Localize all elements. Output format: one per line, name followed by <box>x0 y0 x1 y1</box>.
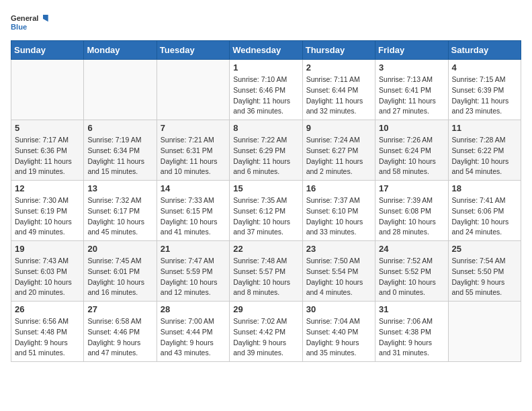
day-info: Sunrise: 7:17 AM Sunset: 6:36 PM Dayligh… <box>15 135 80 177</box>
calendar-week-row: 12Sunrise: 7:30 AM Sunset: 6:19 PM Dayli… <box>11 181 521 241</box>
calendar-week-row: 26Sunrise: 6:56 AM Sunset: 4:48 PM Dayli… <box>11 302 521 362</box>
day-number: 12 <box>15 183 80 193</box>
day-info: Sunrise: 7:41 AM Sunset: 6:06 PM Dayligh… <box>452 195 517 238</box>
day-number: 10 <box>379 123 444 133</box>
logo-svg: General Blue <box>11 11 51 35</box>
day-number: 20 <box>87 244 152 254</box>
weekday-header: Tuesday <box>157 41 229 60</box>
day-info: Sunrise: 7:52 AM Sunset: 5:52 PM Dayligh… <box>379 256 444 298</box>
day-number: 6 <box>87 123 152 133</box>
calendar-cell: 7Sunrise: 7:21 AM Sunset: 6:31 PM Daylig… <box>157 120 229 181</box>
svg-text:General: General <box>11 14 38 22</box>
day-info: Sunrise: 6:56 AM Sunset: 4:48 PM Dayligh… <box>15 316 80 359</box>
day-info: Sunrise: 7:37 AM Sunset: 6:10 PM Dayligh… <box>306 195 371 238</box>
day-info: Sunrise: 7:54 AM Sunset: 5:50 PM Dayligh… <box>452 256 517 298</box>
calendar-cell: 2Sunrise: 7:11 AM Sunset: 6:44 PM Daylig… <box>302 60 375 120</box>
day-number: 31 <box>379 304 444 314</box>
day-info: Sunrise: 7:21 AM Sunset: 6:31 PM Dayligh… <box>161 135 226 177</box>
weekday-header: Monday <box>84 41 157 60</box>
day-number: 26 <box>15 304 80 314</box>
day-info: Sunrise: 7:33 AM Sunset: 6:15 PM Dayligh… <box>161 195 226 238</box>
day-number: 21 <box>161 244 226 254</box>
weekday-header: Sunday <box>11 41 84 60</box>
calendar-cell: 12Sunrise: 7:30 AM Sunset: 6:19 PM Dayli… <box>11 181 84 241</box>
weekday-header: Saturday <box>448 41 521 60</box>
calendar-cell: 19Sunrise: 7:43 AM Sunset: 6:03 PM Dayli… <box>11 241 84 302</box>
day-info: Sunrise: 7:48 AM Sunset: 5:57 PM Dayligh… <box>233 256 298 298</box>
weekday-header-row: SundayMondayTuesdayWednesdayThursdayFrid… <box>11 41 521 60</box>
day-info: Sunrise: 7:47 AM Sunset: 5:59 PM Dayligh… <box>161 256 226 298</box>
calendar-cell: 20Sunrise: 7:45 AM Sunset: 6:01 PM Dayli… <box>84 241 157 302</box>
day-number: 7 <box>161 123 226 133</box>
calendar-cell: 30Sunrise: 7:04 AM Sunset: 4:40 PM Dayli… <box>302 302 375 362</box>
day-number: 17 <box>379 183 444 193</box>
calendar-cell: 13Sunrise: 7:32 AM Sunset: 6:17 PM Dayli… <box>84 181 157 241</box>
day-info: Sunrise: 7:26 AM Sunset: 6:24 PM Dayligh… <box>379 135 444 177</box>
calendar-cell: 21Sunrise: 7:47 AM Sunset: 5:59 PM Dayli… <box>157 241 229 302</box>
day-info: Sunrise: 7:28 AM Sunset: 6:22 PM Dayligh… <box>452 135 517 177</box>
calendar-cell: 24Sunrise: 7:52 AM Sunset: 5:52 PM Dayli… <box>375 241 448 302</box>
day-number: 29 <box>233 304 298 314</box>
day-number: 4 <box>452 62 517 73</box>
day-info: Sunrise: 7:15 AM Sunset: 6:39 PM Dayligh… <box>452 75 517 117</box>
day-info: Sunrise: 7:06 AM Sunset: 4:38 PM Dayligh… <box>379 316 444 359</box>
calendar-week-row: 1Sunrise: 7:10 AM Sunset: 6:46 PM Daylig… <box>11 60 521 120</box>
page-header: General Blue <box>11 11 521 35</box>
calendar-cell: 3Sunrise: 7:13 AM Sunset: 6:41 PM Daylig… <box>375 60 448 120</box>
calendar-week-row: 19Sunrise: 7:43 AM Sunset: 6:03 PM Dayli… <box>11 241 521 302</box>
calendar-cell: 31Sunrise: 7:06 AM Sunset: 4:38 PM Dayli… <box>375 302 448 362</box>
day-info: Sunrise: 7:24 AM Sunset: 6:27 PM Dayligh… <box>306 135 371 177</box>
day-number: 28 <box>161 304 226 314</box>
svg-text:Blue: Blue <box>11 23 27 31</box>
day-info: Sunrise: 7:39 AM Sunset: 6:08 PM Dayligh… <box>379 195 444 238</box>
calendar-cell: 29Sunrise: 7:02 AM Sunset: 4:42 PM Dayli… <box>230 302 302 362</box>
day-number: 11 <box>452 123 517 133</box>
weekday-header: Thursday <box>302 41 375 60</box>
day-number: 25 <box>452 244 517 254</box>
calendar-cell: 22Sunrise: 7:48 AM Sunset: 5:57 PM Dayli… <box>230 241 302 302</box>
calendar-cell: 18Sunrise: 7:41 AM Sunset: 6:06 PM Dayli… <box>448 181 521 241</box>
day-number: 30 <box>306 304 371 314</box>
day-number: 15 <box>233 183 298 193</box>
calendar-cell: 11Sunrise: 7:28 AM Sunset: 6:22 PM Dayli… <box>448 120 521 181</box>
calendar-cell: 28Sunrise: 7:00 AM Sunset: 4:44 PM Dayli… <box>157 302 229 362</box>
day-number: 13 <box>87 183 152 193</box>
day-number: 18 <box>452 183 517 193</box>
day-info: Sunrise: 7:32 AM Sunset: 6:17 PM Dayligh… <box>87 195 152 238</box>
day-number: 1 <box>233 62 298 73</box>
day-info: Sunrise: 7:02 AM Sunset: 4:42 PM Dayligh… <box>233 316 298 359</box>
weekday-header: Friday <box>375 41 448 60</box>
day-number: 22 <box>233 244 298 254</box>
day-number: 14 <box>161 183 226 193</box>
calendar-cell <box>157 60 229 120</box>
day-info: Sunrise: 7:11 AM Sunset: 6:44 PM Dayligh… <box>306 75 371 117</box>
weekday-header: Wednesday <box>230 41 302 60</box>
calendar-cell: 14Sunrise: 7:33 AM Sunset: 6:15 PM Dayli… <box>157 181 229 241</box>
day-number: 24 <box>379 244 444 254</box>
day-info: Sunrise: 7:22 AM Sunset: 6:29 PM Dayligh… <box>233 135 298 177</box>
calendar-cell: 8Sunrise: 7:22 AM Sunset: 6:29 PM Daylig… <box>230 120 302 181</box>
calendar-cell <box>11 60 84 120</box>
calendar-cell: 15Sunrise: 7:35 AM Sunset: 6:12 PM Dayli… <box>230 181 302 241</box>
day-number: 16 <box>306 183 371 193</box>
calendar-cell: 27Sunrise: 6:58 AM Sunset: 4:46 PM Dayli… <box>84 302 157 362</box>
logo: General Blue <box>11 11 51 35</box>
day-info: Sunrise: 7:13 AM Sunset: 6:41 PM Dayligh… <box>379 75 444 117</box>
day-number: 2 <box>306 62 371 73</box>
day-number: 3 <box>379 62 444 73</box>
day-info: Sunrise: 7:50 AM Sunset: 5:54 PM Dayligh… <box>306 256 371 298</box>
svg-marker-2 <box>43 15 48 21</box>
calendar-cell: 10Sunrise: 7:26 AM Sunset: 6:24 PM Dayli… <box>375 120 448 181</box>
calendar-cell: 1Sunrise: 7:10 AM Sunset: 6:46 PM Daylig… <box>230 60 302 120</box>
day-info: Sunrise: 7:30 AM Sunset: 6:19 PM Dayligh… <box>15 195 80 238</box>
day-number: 8 <box>233 123 298 133</box>
day-info: Sunrise: 7:45 AM Sunset: 6:01 PM Dayligh… <box>87 256 152 298</box>
calendar-cell: 4Sunrise: 7:15 AM Sunset: 6:39 PM Daylig… <box>448 60 521 120</box>
day-number: 19 <box>15 244 80 254</box>
day-info: Sunrise: 7:00 AM Sunset: 4:44 PM Dayligh… <box>161 316 226 359</box>
calendar-cell <box>84 60 157 120</box>
day-info: Sunrise: 7:35 AM Sunset: 6:12 PM Dayligh… <box>233 195 298 238</box>
day-number: 23 <box>306 244 371 254</box>
calendar-cell: 23Sunrise: 7:50 AM Sunset: 5:54 PM Dayli… <box>302 241 375 302</box>
calendar-table: SundayMondayTuesdayWednesdayThursdayFrid… <box>11 40 521 362</box>
